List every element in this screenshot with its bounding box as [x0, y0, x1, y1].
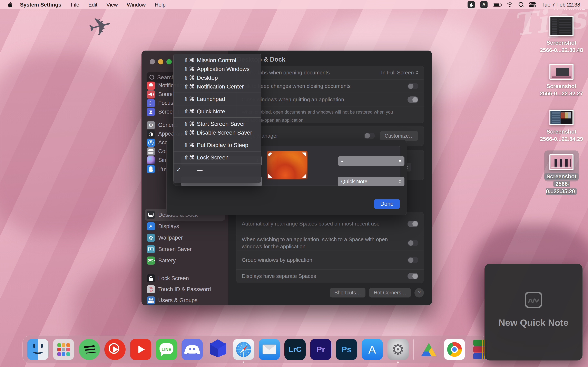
- row-toggle[interactable]: [407, 273, 418, 279]
- sidebar-item-label: Touch ID & Password: [158, 286, 211, 292]
- settings-toggle-row: Displays have separate Spaces: [236, 269, 424, 283]
- dock-item[interactable]: [104, 339, 126, 360]
- hot-corner-top-right-dropdown[interactable]: -: [338, 156, 405, 166]
- dock-item[interactable]: [53, 339, 74, 360]
- desktop-file-screenshot-4[interactable]: Screenshot2566-0...22.35.20: [539, 154, 584, 195]
- input-source-icon[interactable]: A: [480, 1, 488, 8]
- menu-help[interactable]: Help: [155, 2, 165, 8]
- spotlight-icon[interactable]: [519, 2, 524, 7]
- menu-item[interactable]: [173, 151, 261, 151]
- menu-item[interactable]: ⇧⌘ Application Windows: [173, 65, 261, 73]
- menu-item[interactable]: ⇧⌘ Lock Screen: [173, 153, 261, 162]
- prefer-tabs-dropdown[interactable]: In Full Screen: [381, 69, 418, 76]
- dock-item[interactable]: ⚙: [387, 339, 408, 360]
- dock-item[interactable]: [79, 339, 100, 360]
- sidebar-item[interactable]: ✿ Wallpaper: [145, 232, 225, 243]
- dock-item[interactable]: LrC: [285, 339, 306, 360]
- menu-item[interactable]: [173, 92, 261, 93]
- sidebar-item-icon: ⚙: [147, 121, 155, 129]
- row-toggle[interactable]: [407, 221, 418, 227]
- menu-item[interactable]: ⇧⌘ Disable Screen Saver: [173, 128, 261, 137]
- dock-item[interactable]: [444, 339, 465, 360]
- menu-item[interactable]: [173, 139, 261, 139]
- menu-item[interactable]: ⇧⌘ Desktop: [173, 73, 261, 82]
- menu-item[interactable]: [173, 164, 261, 164]
- dock-item[interactable]: [413, 339, 414, 360]
- zoom-button[interactable]: [166, 59, 172, 64]
- hot-corner-bottom-right-dropdown[interactable]: Quick Note: [338, 177, 405, 186]
- dock-item[interactable]: [182, 339, 203, 360]
- menu-item[interactable]: ⇧⌘ Start Screen Saver: [173, 119, 261, 128]
- ask-keep-changes-toggle[interactable]: [407, 83, 418, 89]
- sidebar-item-label: Lock Screen: [158, 275, 189, 282]
- apple-menu[interactable]: [8, 2, 13, 8]
- dock-item[interactable]: [233, 339, 254, 360]
- sidebar-item[interactable]: Battery: [145, 255, 225, 266]
- active-app-name[interactable]: System Settings: [20, 2, 61, 8]
- menu-item[interactable]: ⇧⌘ Notification Center: [173, 82, 261, 91]
- new-quick-note-overlay[interactable]: New Quick Note: [484, 264, 582, 360]
- done-button[interactable]: Done: [374, 199, 400, 209]
- wifi-icon[interactable]: [506, 2, 513, 7]
- menu-item-label: Lock Screen: [197, 154, 229, 161]
- menu-item[interactable]: [173, 117, 261, 118]
- menu-item-label: —: [197, 167, 203, 173]
- settings-toggle-row: Automatically rearrange Spaces based on …: [236, 212, 424, 235]
- dock-item[interactable]: [130, 339, 151, 360]
- dock-item[interactable]: Pr: [310, 339, 331, 360]
- sidebar-item-label: Sound: [158, 91, 174, 98]
- dock-item[interactable]: Ps: [336, 339, 357, 360]
- desktop-file-screenshot-2[interactable]: Screenshot2566-0...22.32.27: [539, 64, 584, 98]
- sidebar-item[interactable]: Users & Groups: [145, 295, 225, 305]
- shortcut-keys: ⇧⌘: [184, 154, 197, 161]
- screenshot-thumbnail: [549, 16, 573, 36]
- menu-edit[interactable]: Edit: [88, 2, 97, 8]
- menu-item-label: Start Screen Saver: [197, 121, 245, 127]
- shortcut-keys: ⇧⌘: [184, 96, 197, 102]
- sidebar-item[interactable]: ☀ Displays: [145, 221, 225, 232]
- battery-icon[interactable]: [493, 3, 501, 7]
- dock-item[interactable]: [207, 339, 228, 360]
- dock-item[interactable]: LINE: [156, 339, 177, 360]
- shortcuts-button[interactable]: Shortcuts…: [330, 288, 366, 298]
- desktop-file-screenshot-3[interactable]: Screenshot2566-0...22.34.29: [539, 110, 584, 143]
- menu-bar-clock[interactable]: Tue 7 Feb 22:38: [541, 2, 580, 8]
- menu-item-label: Launchpad: [197, 96, 225, 102]
- mission-control-card: Automatically rearrange Spaces based on …: [236, 212, 424, 283]
- help-button[interactable]: ?: [415, 288, 424, 298]
- desktop-file-screenshot-1[interactable]: Screenshot2566-0...22.30.48: [539, 16, 584, 54]
- dock-item[interactable]: [259, 339, 280, 360]
- close-windows-toggle[interactable]: [407, 96, 418, 103]
- menu-item[interactable]: ⇧⌘ Put Display to Sleep: [173, 141, 261, 150]
- dock-item[interactable]: [418, 339, 439, 360]
- prefer-tabs-row: Prefer tabs when opening documents In Fu…: [236, 66, 424, 79]
- shortcut-keys: ⇧⌘: [184, 66, 197, 72]
- menu-item[interactable]: ⇧⌘ Quick Note: [173, 107, 261, 116]
- menu-item[interactable]: ✓ —: [173, 166, 261, 174]
- menu-window[interactable]: Window: [127, 2, 146, 8]
- airplane-silhouette: ✈: [85, 10, 115, 43]
- minimize-button[interactable]: [158, 59, 163, 64]
- customize-button[interactable]: Customize…: [380, 131, 418, 141]
- sidebar-item[interactable]: Screen Saver: [145, 243, 225, 255]
- menu-item[interactable]: ⇧⌘ Launchpad: [173, 95, 261, 103]
- menu-item[interactable]: [173, 105, 261, 105]
- control-center-icon[interactable]: [529, 2, 536, 7]
- dock-item[interactable]: [27, 339, 48, 360]
- sidebar-item-label: Displays: [158, 223, 179, 230]
- sidebar-item[interactable]: Lock Screen: [145, 273, 225, 284]
- menu-file[interactable]: File: [71, 2, 79, 8]
- row-toggle[interactable]: [407, 257, 418, 263]
- sidebar-item-icon: ⧗: [147, 108, 155, 116]
- sidebar-item[interactable]: Touch ID & Password: [145, 284, 225, 295]
- sidebar-item-icon: [147, 211, 155, 219]
- sidebar-item-label: Screen Saver: [158, 246, 192, 252]
- menu-item[interactable]: ⇧⌘ Mission Control: [173, 56, 261, 65]
- status-app-badge-icon[interactable]: [467, 1, 475, 8]
- menu-view[interactable]: View: [106, 2, 118, 8]
- hot-corners-button[interactable]: Hot Corners…: [369, 288, 411, 298]
- row-toggle[interactable]: [407, 240, 418, 246]
- stage-manager-toggle[interactable]: [364, 133, 375, 139]
- dock-item[interactable]: A: [362, 339, 383, 360]
- close-button[interactable]: [150, 59, 155, 64]
